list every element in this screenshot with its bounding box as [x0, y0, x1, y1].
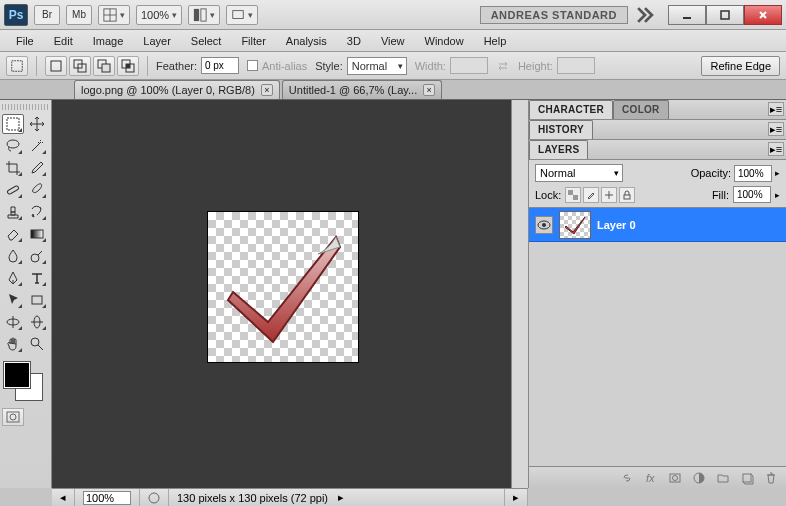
layer-visibility-toggle[interactable] [535, 216, 553, 234]
menu-select[interactable]: Select [181, 32, 232, 50]
layer-thumbnail[interactable] [559, 211, 591, 239]
maximize-button[interactable] [706, 5, 744, 25]
minimize-button[interactable] [668, 5, 706, 25]
menu-edit[interactable]: Edit [44, 32, 83, 50]
tab-character[interactable]: CHARACTER [529, 100, 613, 119]
tool-clone-stamp[interactable] [2, 202, 24, 222]
toolbox-grip[interactable] [2, 104, 49, 110]
tool-marquee[interactable] [2, 114, 24, 134]
foreground-color[interactable] [4, 362, 30, 388]
status-doc-info[interactable]: 130 pixels x 130 pixels (72 ppi) ▸ [169, 489, 505, 506]
tool-3d-camera[interactable] [26, 312, 48, 332]
delete-layer-icon[interactable] [762, 470, 780, 486]
current-tool-preset[interactable] [6, 56, 28, 76]
fill-flyout-icon[interactable]: ▸ [775, 190, 780, 200]
layer-row[interactable]: Layer 0 [529, 208, 786, 242]
document-canvas[interactable] [208, 212, 358, 362]
tool-hand[interactable] [2, 334, 24, 354]
tool-dodge[interactable] [26, 246, 48, 266]
status-zoom-input[interactable] [83, 491, 131, 505]
status-bar: ◂ 130 pixels x 130 pixels (72 ppi) ▸ ▸ [52, 488, 528, 506]
document-tab-active[interactable]: logo.png @ 100% (Layer 0, RGB/8) × [74, 80, 280, 99]
lock-transparency[interactable] [565, 187, 581, 203]
menu-3d[interactable]: 3D [337, 32, 371, 50]
layer-name-label[interactable]: Layer 0 [597, 219, 636, 231]
menu-file[interactable]: File [6, 32, 44, 50]
tool-move[interactable] [26, 114, 48, 134]
tool-shape[interactable] [26, 290, 48, 310]
canvas-area[interactable] [52, 100, 528, 488]
tool-lasso[interactable] [2, 136, 24, 156]
tool-brush[interactable] [26, 180, 48, 200]
tool-healing-brush[interactable] [2, 180, 24, 200]
panel-menu-icon[interactable]: ▸≡ [768, 122, 784, 136]
tab-layers[interactable]: LAYERS [529, 140, 588, 159]
menu-view[interactable]: View [371, 32, 415, 50]
layer-mask-icon[interactable] [666, 470, 684, 486]
tab-close-icon[interactable]: × [261, 84, 273, 96]
workspace-switcher[interactable]: ANDREAS STANDARD [480, 6, 628, 24]
link-layers-icon[interactable] [618, 470, 636, 486]
menu-help[interactable]: Help [474, 32, 517, 50]
tool-magic-wand[interactable] [26, 136, 48, 156]
tool-crop[interactable] [2, 158, 24, 178]
panel-menu-icon[interactable]: ▸≡ [768, 142, 784, 156]
svg-rect-28 [568, 190, 573, 195]
menu-filter[interactable]: Filter [231, 32, 275, 50]
arrange-dropdown[interactable] [188, 5, 220, 25]
selection-intersect[interactable] [117, 56, 139, 76]
tab-close-icon[interactable]: × [423, 84, 435, 96]
workspace-expand[interactable] [634, 5, 656, 25]
tool-zoom[interactable] [26, 334, 48, 354]
tab-color[interactable]: COLOR [613, 100, 669, 119]
selection-subtract[interactable] [93, 56, 115, 76]
fill-input[interactable] [733, 186, 771, 203]
screen-mode-dropdown[interactable] [226, 5, 258, 25]
feather-input[interactable] [201, 57, 239, 74]
new-group-icon[interactable] [714, 470, 732, 486]
panel-menu-icon[interactable]: ▸≡ [768, 102, 784, 116]
zoom-dropdown[interactable]: 100% [136, 5, 182, 25]
lock-image[interactable] [583, 187, 599, 203]
bridge-button[interactable]: Br [34, 5, 60, 25]
tool-gradient[interactable] [26, 224, 48, 244]
menu-window[interactable]: Window [415, 32, 474, 50]
quick-mask-toggle[interactable] [2, 408, 24, 426]
opacity-flyout-icon[interactable]: ▸ [775, 168, 780, 178]
opacity-input[interactable] [734, 165, 772, 182]
document-tab[interactable]: Untitled-1 @ 66,7% (Lay... × [282, 80, 442, 99]
tool-eyedropper[interactable] [26, 158, 48, 178]
adjustment-layer-icon[interactable] [690, 470, 708, 486]
status-nav-right[interactable]: ▸ [505, 489, 528, 506]
tool-history-brush[interactable] [26, 202, 48, 222]
status-nav-left[interactable]: ◂ [52, 489, 75, 506]
layers-list[interactable]: Layer 0 [529, 208, 786, 466]
refine-edge-button[interactable]: Refine Edge [701, 56, 780, 76]
layer-style-icon[interactable]: fx [642, 470, 660, 486]
view-extras-dropdown[interactable] [98, 5, 130, 25]
color-swatches[interactable] [2, 360, 48, 404]
close-button[interactable] [744, 5, 782, 25]
new-layer-icon[interactable] [738, 470, 756, 486]
tool-blur[interactable] [2, 246, 24, 266]
svg-rect-3 [194, 8, 199, 20]
menu-image[interactable]: Image [83, 32, 134, 50]
tool-pen[interactable] [2, 268, 24, 288]
tool-3d-rotate[interactable] [2, 312, 24, 332]
lock-all[interactable] [619, 187, 635, 203]
lock-position[interactable] [601, 187, 617, 203]
svg-point-35 [673, 475, 678, 480]
selection-add[interactable] [69, 56, 91, 76]
tool-eraser[interactable] [2, 224, 24, 244]
status-profile-icon[interactable] [140, 489, 169, 506]
blend-mode-select[interactable]: Normal [535, 164, 623, 182]
tab-history[interactable]: HISTORY [529, 120, 593, 139]
tool-path-selection[interactable] [2, 290, 24, 310]
selection-new[interactable] [45, 56, 67, 76]
menu-analysis[interactable]: Analysis [276, 32, 337, 50]
style-select[interactable]: Normal [347, 57, 407, 75]
vertical-scrollbar[interactable] [511, 100, 528, 488]
minibridge-button[interactable]: Mb [66, 5, 92, 25]
menu-layer[interactable]: Layer [133, 32, 181, 50]
tool-type[interactable] [26, 268, 48, 288]
